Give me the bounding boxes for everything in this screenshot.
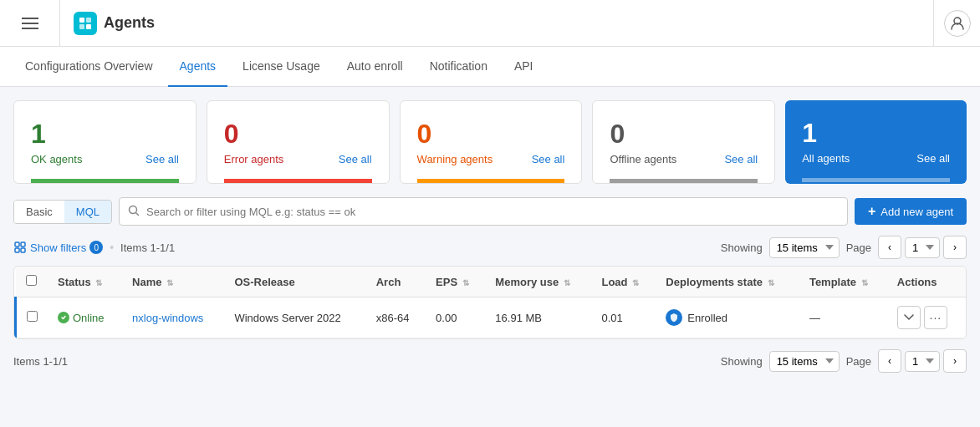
mql-toggle[interactable]: MQL (64, 201, 111, 223)
row-name-cell: nxlog-windows (122, 297, 224, 338)
stat-card-ok[interactable]: 1 OK agents See all (13, 100, 197, 184)
search-input[interactable] (146, 206, 839, 218)
offline-see-all[interactable]: See all (724, 153, 758, 165)
filter-row: Basic MQL + Add new agent (13, 197, 967, 226)
col-eps[interactable]: EPS ⇅ (426, 267, 485, 297)
page-prev-button[interactable]: ‹ (878, 236, 901, 259)
more-action-button[interactable]: ··· (924, 306, 947, 329)
brand-area: Agents (60, 12, 933, 35)
col-template[interactable]: Template ⇅ (799, 267, 887, 297)
stat-card-error[interactable]: 0 Error agents See all (207, 100, 390, 184)
col-status[interactable]: Status ⇅ (48, 267, 122, 297)
all-label: All agents (802, 152, 850, 165)
col-os-release[interactable]: OS-Release (224, 267, 365, 297)
basic-toggle[interactable]: Basic (14, 201, 64, 223)
items-per-page-wrapper[interactable]: 15 items 25 items 50 items (769, 237, 840, 258)
page-number-wrapper[interactable]: 1 (905, 237, 940, 258)
user-icon[interactable] (944, 10, 971, 37)
svg-rect-3 (86, 24, 91, 29)
page-next-button[interactable]: › (943, 236, 967, 259)
row-checkbox[interactable] (27, 311, 38, 322)
app-title: Agents (104, 14, 155, 32)
top-bar: Agents (0, 0, 980, 47)
load-value: 0.01 (601, 312, 622, 324)
filter-badge: 0 (89, 241, 103, 254)
stat-card-warning[interactable]: 0 Warning agents See all (400, 100, 583, 184)
ok-see-all[interactable]: See all (145, 153, 179, 165)
select-all-checkbox[interactable] (26, 275, 37, 286)
user-icon-area[interactable] (933, 0, 980, 46)
agents-table: Status ⇅ Name ⇅ OS-Release Arch EPS (14, 267, 966, 338)
footer-page-label: Page (846, 355, 871, 368)
footer-items-count: Items 1-1/1 (13, 355, 68, 368)
agent-name-link[interactable]: nxlog-windows (132, 312, 203, 324)
name-sort-icon: ⇅ (166, 278, 173, 287)
table-row: Online nxlog-windows Windows Server 2022… (16, 297, 967, 338)
eps-value: 0.00 (436, 312, 457, 324)
svg-rect-2 (79, 24, 84, 29)
subnav-agents[interactable]: Agents (168, 47, 228, 87)
footer-page-number-select[interactable]: 1 (905, 351, 940, 372)
subnav-notification[interactable]: Notification (418, 47, 499, 87)
footer-right: Showing 15 items 25 items 50 items Page … (721, 349, 967, 373)
subnav-api[interactable]: API (503, 47, 545, 87)
svg-rect-1 (86, 18, 91, 23)
footer-page-next-button[interactable]: › (943, 349, 967, 373)
show-filters-button[interactable]: Show filters 0 (13, 241, 103, 254)
show-filters-label: Show filters (30, 241, 86, 254)
row-checkbox-cell[interactable] (16, 297, 48, 338)
subnav-autoenroll[interactable]: Auto enroll (335, 47, 415, 87)
ok-bar (31, 179, 179, 183)
all-see-all[interactable]: See all (916, 152, 950, 165)
stat-card-all[interactable]: 1 All agents See all (785, 100, 967, 184)
col-load[interactable]: Load ⇅ (591, 267, 656, 297)
template-value: — (809, 312, 820, 324)
footer-page-nav: ‹ 1 › (878, 349, 967, 373)
footer-items-per-page-select[interactable]: 15 items 25 items 50 items (769, 351, 840, 372)
add-button-label: Add new agent (880, 206, 953, 218)
footer-page-prev-button[interactable]: ‹ (878, 349, 901, 373)
error-see-all[interactable]: See all (339, 153, 372, 165)
page-label: Page (846, 241, 871, 254)
items-header-right: Showing 15 items 25 items 50 items Page … (721, 236, 967, 259)
search-box (119, 197, 848, 226)
col-deployments-state[interactable]: Deployments state ⇅ (656, 267, 799, 297)
deployments-sort-icon: ⇅ (768, 278, 774, 287)
row-memory-cell: 16.91 MB (485, 297, 591, 338)
hamburger-icon[interactable] (22, 18, 38, 29)
hamburger-area[interactable] (0, 0, 60, 46)
memory-sort-icon: ⇅ (564, 278, 570, 287)
col-memory-use[interactable]: Memory use ⇅ (485, 267, 591, 297)
svg-rect-6 (15, 242, 19, 247)
main-content: 1 OK agents See all 0 Error agents See a… (0, 87, 980, 386)
warning-bar (417, 179, 565, 183)
items-per-page-select[interactable]: 15 items 25 items 50 items (769, 237, 840, 258)
stat-card-offline[interactable]: 0 Offline agents See all (592, 100, 775, 184)
footer-items-per-page-wrapper[interactable]: 15 items 25 items 50 items (769, 351, 840, 372)
offline-bar (610, 179, 758, 183)
brand-logo (74, 12, 97, 35)
ok-count: 1 (31, 118, 179, 150)
offline-label: Offline agents (610, 153, 676, 165)
row-arch-cell: x86-64 (366, 297, 426, 338)
row-template-cell: — (799, 297, 887, 338)
warning-label: Warning agents (417, 153, 493, 165)
col-name[interactable]: Name ⇅ (122, 267, 224, 297)
expand-action-button[interactable] (897, 306, 921, 329)
items-count: Items 1-1/1 (120, 241, 175, 254)
enrolled-badge: Enrolled (666, 309, 789, 326)
subnav-configurations[interactable]: Configurations Overview (13, 47, 165, 87)
footer-page-number-wrapper[interactable]: 1 (905, 351, 940, 372)
subnav-license[interactable]: License Usage (231, 47, 332, 87)
table-header-row: Status ⇅ Name ⇅ OS-Release Arch EPS (16, 267, 967, 297)
add-new-agent-button[interactable]: + Add new agent (855, 198, 967, 225)
toggle-group: Basic MQL (13, 200, 112, 224)
stats-row: 1 OK agents See all 0 Error agents See a… (13, 100, 967, 184)
row-status-cell: Online (48, 297, 122, 338)
page-number-select[interactable]: 1 (905, 237, 940, 258)
checkbox-col-header[interactable] (16, 267, 48, 297)
warning-see-all[interactable]: See all (532, 153, 565, 165)
arch-value: x86-64 (376, 312, 410, 324)
svg-rect-0 (79, 18, 84, 23)
col-arch[interactable]: Arch (366, 267, 426, 297)
